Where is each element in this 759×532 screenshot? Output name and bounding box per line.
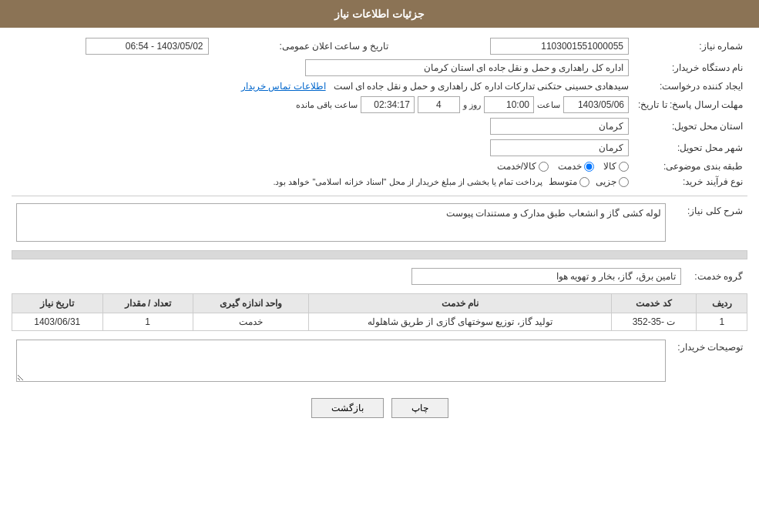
service-group-value: تامین برق، گاز، بخار و تهویه هوا	[12, 266, 686, 287]
need-number-value: 1103001551000055	[408, 35, 633, 57]
page-title: جزئیات اطلاعات نیاز	[334, 8, 425, 20]
purchase-type-label: نوع فرآیند خرید:	[633, 174, 747, 189]
print-button[interactable]: چاپ	[391, 398, 448, 418]
col-need-date: تاریخ نیاز	[12, 294, 103, 313]
category-kala: کالا	[603, 161, 629, 172]
row-delivery-province: استان محل تحویل: کرمان	[12, 115, 747, 137]
hour-label: ساعت	[537, 100, 560, 110]
buyer-desc-table: توصیحات خریدار:	[12, 337, 747, 386]
category-radio-group: کالا خدمت کالا/خدمت	[16, 161, 629, 172]
radio-khedmat[interactable]	[584, 162, 594, 172]
table-row: 1ت -35-352تولید گاز، توزیع سوختهای گازی …	[12, 313, 747, 331]
subject-category-value: کالا خدمت کالا/خدمت	[12, 159, 633, 174]
delivery-city-value: کرمان	[12, 137, 633, 159]
need-number-label: شماره نیاز:	[633, 35, 747, 57]
response-date-input: 1403/05/06	[563, 96, 629, 113]
service-group-label: گروه خدمت:	[686, 266, 747, 287]
radio-motavasset-label: متوسط	[549, 176, 577, 187]
purchase-type-note: پرداخت تمام یا بخشی از مبلغ خریدار از مح…	[273, 177, 542, 187]
radio-kala-khedmat[interactable]	[539, 162, 549, 172]
row-general-desc: شرح کلی نیاز: لوله کشی گاز و انشعاب طبق …	[12, 201, 747, 244]
requester-value: سیدهادی حسینی حتکنی تدارکات اداره کل راه…	[12, 79, 633, 94]
radio-kala[interactable]	[619, 162, 629, 172]
delivery-city-label: شهر محل تحویل:	[633, 137, 747, 159]
subject-category-label: طبقه بندی موضوعی:	[633, 159, 747, 174]
buyer-desc-label: توصیحات خریدار:	[670, 337, 747, 386]
remaining-label: ساعت باقی مانده	[296, 100, 358, 110]
description-table: شرح کلی نیاز: لوله کشی گاز و انشعاب طبق …	[12, 201, 747, 244]
requester-name: سیدهادی حسینی حتکنی تدارکات اداره کل راه…	[334, 81, 629, 92]
services-section-title	[12, 250, 747, 259]
table-header-row: ردیف کد خدمت نام خدمت واحد اندازه گیری ت…	[12, 294, 747, 313]
row-buyer-desc: توصیحات خریدار:	[12, 337, 747, 386]
announcement-value: 1403/05/02 - 06:54	[12, 35, 213, 57]
need-number-input: 1103001551000055	[490, 38, 629, 55]
col-service-name: نام خدمت	[309, 294, 611, 313]
buyer-desc-textarea[interactable]	[16, 340, 666, 382]
row-subject-category: طبقه بندی موضوعی: کالا خدمت	[12, 159, 747, 174]
general-desc-box: لوله کشی گاز و انشعاب طبق مدارک و مستندا…	[16, 203, 666, 242]
delivery-province-input: کرمان	[490, 118, 629, 135]
general-desc-label: شرح کلی نیاز:	[670, 201, 747, 244]
response-deadline-label: مهلت ارسال پاسخ: تا تاریخ:	[633, 94, 747, 115]
radio-khedmat-label: خدمت	[558, 161, 582, 172]
row-buyer-org: نام دستگاه خریدار: اداره کل راهداری و حم…	[12, 57, 747, 79]
services-detail-table: ردیف کد خدمت نام خدمت واحد اندازه گیری ت…	[12, 293, 747, 331]
response-remaining-input: 02:34:17	[361, 96, 415, 113]
row-service-group: گروه خدمت: تامین برق، گاز، بخار و تهویه …	[12, 266, 747, 287]
divider-1	[12, 196, 747, 196]
delivery-city-input: کرمان	[490, 139, 629, 156]
row-need-number: شماره نیاز: 1103001551000055 تاریخ و ساع…	[12, 35, 747, 57]
col-unit: واحد اندازه گیری	[193, 294, 308, 313]
page-header: جزئیات اطلاعات نیاز	[0, 0, 759, 28]
col-service-code: کد خدمت	[611, 294, 697, 313]
response-time-input: 10:00	[484, 96, 534, 113]
row-purchase-type: نوع فرآیند خرید: جزیی متوسط پرداخت تمام …	[12, 174, 747, 189]
button-group: چاپ بازگشت	[12, 398, 747, 418]
radio-jozi[interactable]	[619, 177, 629, 187]
response-date-row: 1403/05/06 ساعت 10:00 روز و 4 02:34:17 س…	[16, 96, 629, 113]
response-days-input: 4	[418, 96, 460, 113]
purchase-type-motavasset: متوسط	[549, 176, 589, 187]
buyer-org-value: اداره کل راهداری و حمل و نقل جاده ای است…	[12, 57, 633, 79]
radio-motavasset[interactable]	[579, 177, 589, 187]
response-deadline-value: 1403/05/06 ساعت 10:00 روز و 4 02:34:17 س…	[12, 94, 633, 115]
announcement-datetime-input: 1403/05/02 - 06:54	[86, 38, 209, 55]
category-kala-khedmat: کالا/خدمت	[497, 161, 549, 172]
category-khedmat: خدمت	[558, 161, 594, 172]
radio-kala-label: کالا	[603, 161, 616, 172]
delivery-province-label: استان محل تحویل:	[633, 115, 747, 137]
radio-kala-khedmat-label: کالا/خدمت	[497, 161, 536, 172]
service-group-table: گروه خدمت: تامین برق، گاز، بخار و تهویه …	[12, 266, 747, 287]
content-area: شماره نیاز: 1103001551000055 تاریخ و ساع…	[0, 28, 759, 433]
page-wrapper: جزئیات اطلاعات نیاز شماره نیاز: 11030015…	[0, 0, 759, 532]
service-group-input: تامین برق، گاز، بخار و تهویه هوا	[411, 268, 681, 285]
row-requester: ایجاد کننده درخواست: سیدهادی حسینی حتکنی…	[12, 79, 747, 94]
requester-label: ایجاد کننده درخواست:	[633, 79, 747, 94]
purchase-type-jozi: جزیی	[596, 176, 629, 187]
general-desc-text: لوله کشی گاز و انشعاب طبق مدارک و مستندا…	[446, 208, 661, 219]
row-response-deadline: مهلت ارسال پاسخ: تا تاریخ: 1403/05/06 سا…	[12, 94, 747, 115]
delivery-province-value: کرمان	[12, 115, 633, 137]
radio-jozi-label: جزیی	[596, 176, 616, 187]
purchase-type-radio-group: جزیی متوسط پرداخت تمام یا بخشی از مبلغ خ…	[16, 176, 629, 187]
announcement-label: تاریخ و ساعت اعلان عمومی:	[213, 35, 394, 57]
col-row-num: ردیف	[697, 294, 747, 313]
day-label: روز و	[463, 100, 481, 110]
general-desc-value: لوله کشی گاز و انشعاب طبق مدارک و مستندا…	[12, 201, 670, 244]
buyer-desc-value	[12, 337, 670, 386]
buyer-org-input: اداره کل راهداری و حمل و نقل جاده ای است…	[305, 59, 629, 76]
row-delivery-city: شهر محل تحویل: کرمان	[12, 137, 747, 159]
purchase-type-value: جزیی متوسط پرداخت تمام یا بخشی از مبلغ خ…	[12, 174, 633, 189]
requester-contact-link[interactable]: اطلاعات تماس خریدار	[241, 81, 326, 92]
main-info-table: شماره نیاز: 1103001551000055 تاریخ و ساع…	[12, 35, 747, 189]
col-quantity: تعداد / مقدار	[102, 294, 193, 313]
back-button[interactable]: بازگشت	[311, 398, 384, 418]
buyer-org-label: نام دستگاه خریدار:	[633, 57, 747, 79]
